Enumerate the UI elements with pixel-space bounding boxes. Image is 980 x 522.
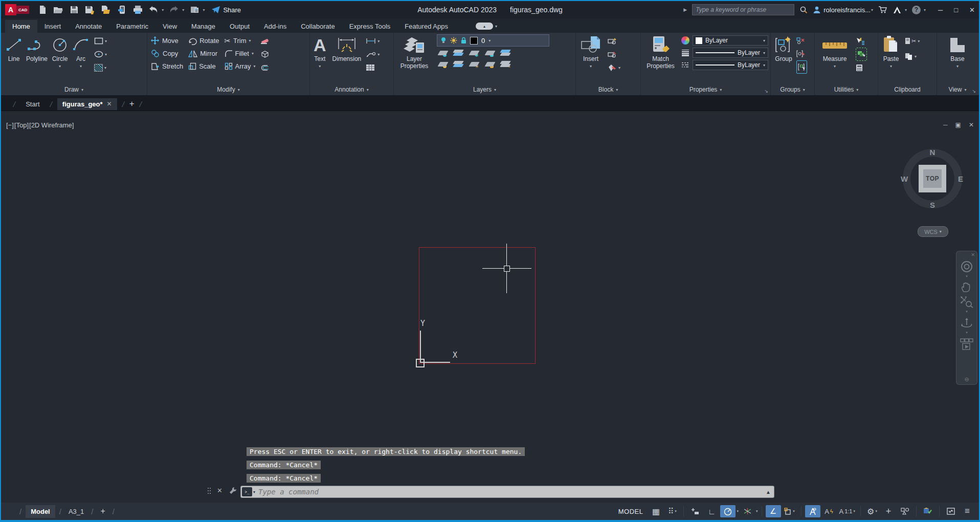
- panel-label-view[interactable]: View ▾ ↘: [937, 84, 978, 95]
- command-customize-icon[interactable]: [229, 486, 237, 495]
- navbar-collapse-icon[interactable]: ⊖: [964, 376, 969, 383]
- layer-unlock-button[interactable]: [486, 59, 494, 69]
- isodraft-caret-icon[interactable]: ▾: [756, 509, 758, 513]
- new-file-icon[interactable]: [37, 4, 48, 15]
- ortho-toggle[interactable]: ∟: [704, 505, 719, 517]
- annotation-visibility-toggle[interactable]: [805, 505, 820, 517]
- match-properties-button[interactable]: Match Properties: [643, 34, 678, 70]
- undo-icon[interactable]: [148, 4, 159, 15]
- save-icon[interactable]: [69, 4, 80, 15]
- object-color-dropdown[interactable]: ByLayer ▾: [693, 35, 768, 46]
- panel-label-block[interactable]: Block ▾: [576, 84, 640, 95]
- search-input[interactable]: [692, 4, 794, 15]
- text-caret-icon[interactable]: ▾: [319, 63, 321, 70]
- layer-properties-button[interactable]: Layer Properties: [396, 34, 433, 70]
- orbit-button[interactable]: [960, 317, 973, 329]
- text-button[interactable]: A Text ▾: [312, 34, 328, 70]
- color-wheel-icon[interactable]: [681, 36, 689, 45]
- ribbon-tab-manage[interactable]: Manage: [184, 20, 222, 33]
- lineweight-icon[interactable]: [681, 49, 689, 56]
- copy-clip-caret-icon[interactable]: ▾: [915, 54, 917, 59]
- define-attributes-button[interactable]: ▾: [608, 61, 620, 74]
- layout-tab-a3-1[interactable]: A3_1: [65, 505, 87, 518]
- help-caret-icon[interactable]: ▾: [924, 8, 926, 12]
- hatch-button[interactable]: ▾: [94, 61, 107, 74]
- file-tab-close-icon[interactable]: ✕: [107, 100, 112, 107]
- paste-caret-icon[interactable]: ▾: [890, 63, 892, 70]
- ucs-origin-icon[interactable]: [416, 359, 425, 367]
- measure-caret-icon[interactable]: ▾: [834, 63, 836, 70]
- paste-button[interactable]: Paste ▾: [880, 34, 902, 70]
- osnap-caret-icon[interactable]: ▾: [793, 509, 795, 513]
- qat-customize-caret-icon[interactable]: ▾: [203, 8, 205, 12]
- lineweight-dropdown[interactable]: ByLayer ▾: [693, 48, 768, 58]
- ribbon-tab-view[interactable]: View: [155, 20, 184, 33]
- zoom-button[interactable]: [960, 296, 973, 308]
- batch-plot-icon[interactable]: [189, 4, 200, 15]
- drawing-canvas[interactable]: [−] [Top] [2D Wireframe] ─ ▣ ✕ N S W E T…: [1, 111, 979, 503]
- viewcube-south[interactable]: S: [930, 201, 935, 209]
- autodesk-logo-icon[interactable]: [893, 6, 902, 14]
- layer-dropdown[interactable]: 0 ▾: [437, 34, 549, 47]
- search-icon[interactable]: [799, 6, 808, 14]
- layer-dropdown-caret-icon[interactable]: ▾: [488, 38, 491, 43]
- panel-label-utilities[interactable]: Utilities ▾: [815, 84, 878, 95]
- viewcube-east[interactable]: E: [958, 175, 963, 183]
- circle-button[interactable]: Circle ▾: [49, 34, 71, 70]
- new-layout-button[interactable]: +: [97, 504, 108, 518]
- dimension-button[interactable]: Dimension: [331, 34, 363, 63]
- layer-lock-button[interactable]: [486, 48, 494, 58]
- panel-label-clipboard[interactable]: Clipboard: [878, 84, 937, 95]
- panel-label-properties[interactable]: Properties ▾ ↘: [641, 84, 770, 95]
- viewport-visual-style-control[interactable]: [2D Wireframe]: [29, 121, 74, 129]
- new-drawing-tab-button[interactable]: +: [129, 99, 135, 109]
- workspace-switching-button[interactable]: ⚙ ▾: [864, 505, 880, 517]
- stretch-button[interactable]: Stretch: [149, 60, 185, 73]
- layer-freeze-button[interactable]: ✱: [470, 48, 479, 58]
- search-expand-icon[interactable]: ▶: [683, 7, 687, 12]
- autocad-logo-icon[interactable]: A CAD: [5, 4, 29, 15]
- viewcube-north[interactable]: N: [930, 148, 936, 157]
- grid-toggle[interactable]: ▦: [648, 505, 663, 517]
- linetype-dropdown[interactable]: ByLayer ▾: [693, 60, 768, 70]
- dimension-linear-button[interactable]: ▾: [366, 35, 380, 47]
- navigation-wheel-button[interactable]: [961, 260, 973, 273]
- cut-button[interactable]: ✂ ▾: [905, 35, 920, 47]
- ribbon-tab-express-tools[interactable]: Express Tools: [342, 20, 398, 33]
- dynamic-input-toggle[interactable]: [687, 505, 703, 517]
- command-bar-grip[interactable]: [208, 488, 212, 496]
- isolate-objects-button[interactable]: [897, 505, 912, 517]
- fillet-button[interactable]: Fillet ▾: [223, 47, 257, 60]
- base-caret-icon[interactable]: ▾: [956, 63, 959, 70]
- polyline-button[interactable]: Polyline: [25, 34, 49, 63]
- file-tab-start[interactable]: Start: [20, 98, 44, 110]
- clean-screen-button[interactable]: [943, 505, 959, 517]
- file-tab-active[interactable]: figuras_geo* ✕: [57, 98, 117, 110]
- undo-caret-icon[interactable]: ▾: [162, 8, 164, 12]
- circle-caret-icon[interactable]: ▾: [59, 63, 61, 70]
- insert-caret-icon[interactable]: ▾: [590, 63, 592, 70]
- autodesk-caret-icon[interactable]: ▾: [905, 8, 907, 12]
- layer-match-button[interactable]: ✎: [501, 59, 511, 69]
- plot-icon[interactable]: [132, 4, 143, 15]
- drawing-close-button[interactable]: ✕: [969, 121, 974, 128]
- annotation-monitor-toggle[interactable]: +: [881, 505, 896, 517]
- rectangle-caret-icon[interactable]: ▾: [105, 39, 107, 44]
- save-to-mobile-icon[interactable]: [116, 4, 127, 15]
- ribbon-tab-insert[interactable]: Insert: [37, 20, 69, 33]
- ribbon-tab-parametric[interactable]: Parametric: [109, 20, 155, 33]
- define-attributes-caret-icon[interactable]: ▾: [618, 66, 620, 70]
- panel-label-groups[interactable]: Groups ▾: [771, 84, 814, 95]
- command-input[interactable]: [257, 487, 766, 496]
- arc-button[interactable]: Arc ▾: [71, 34, 91, 70]
- explode-button[interactable]: [260, 48, 270, 60]
- help-icon[interactable]: ?: [912, 6, 921, 14]
- ribbon-tab-featured-apps[interactable]: Featured Apps: [397, 20, 455, 33]
- graphics-performance-button[interactable]: [920, 505, 936, 517]
- layer-on-button[interactable]: [439, 59, 447, 69]
- properties-dialog-launcher-icon[interactable]: ↘: [764, 89, 768, 94]
- ungroup-button[interactable]: [796, 35, 807, 47]
- table-button[interactable]: [366, 61, 380, 74]
- command-expand-icon[interactable]: ▲: [766, 489, 771, 495]
- leader-button[interactable]: ▾: [366, 48, 380, 60]
